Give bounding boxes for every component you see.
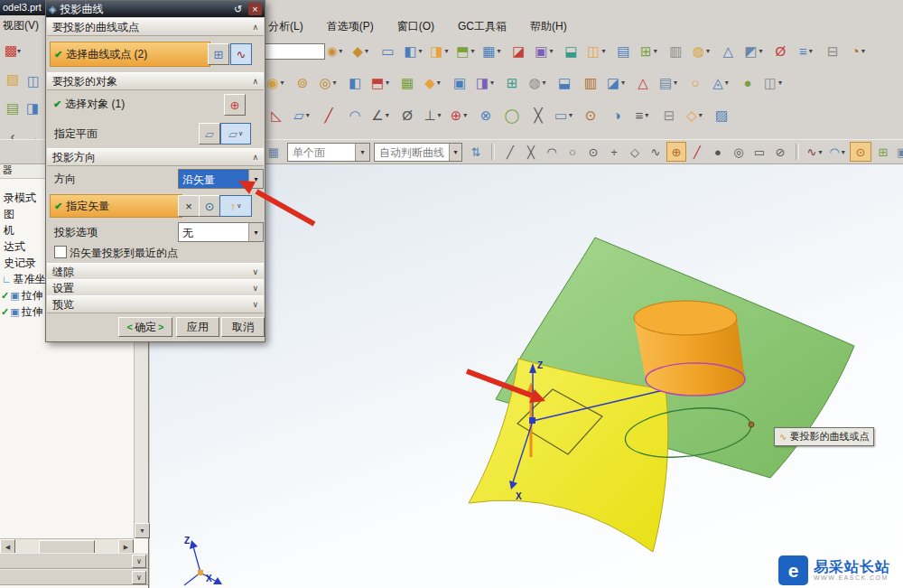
dropdown-arrow-icon[interactable]: ▾ (17, 47, 21, 55)
select-curves-field[interactable]: ✔ 选择曲线或点 (2) (50, 42, 210, 67)
toolbar-icon[interactable]: ⊙ (578, 104, 603, 127)
toolbar-icon[interactable]: ⬒ ▾ (368, 71, 394, 95)
toolbar-icon[interactable]: ◨ (23, 98, 42, 118)
curve-rule-combo[interactable]: 自动判断曲线 ▾ (374, 143, 462, 162)
menu-view[interactable]: 视图(V) (3, 18, 39, 33)
selection-scope-combo[interactable]: 单个面 ▾ (287, 143, 370, 162)
toolbar-icon[interactable]: ⊞ (499, 71, 525, 95)
chevron-down-icon[interactable]: ∨ (252, 284, 258, 293)
chevron-down-icon[interactable]: ▾ (248, 170, 263, 188)
selection-tool-icon[interactable]: ⇅ (466, 142, 486, 162)
dropdown-arrow-icon[interactable]: ▾ (363, 47, 370, 55)
toolbar-icon[interactable]: ▨ (3, 70, 23, 89)
section-gap[interactable]: 缝隙 ∨ (47, 263, 264, 281)
dialog-titlebar[interactable]: ◈ 投影曲线 ↺ × (46, 1, 265, 17)
command-finder-input[interactable] (264, 43, 325, 60)
dialog-close-button[interactable]: × (248, 3, 262, 15)
item-check-icon[interactable]: ✓ (1, 306, 9, 318)
snap-point-icon[interactable]: ⊘ (770, 142, 790, 162)
toolbar-icon[interactable]: ◺ (264, 104, 289, 127)
snap-point-icon[interactable]: ▭ (749, 142, 769, 162)
item-check-icon[interactable]: ✓ (1, 290, 9, 302)
plane-dialog-button[interactable]: ▱ ∨ (220, 123, 251, 145)
toolbar-icon[interactable]: ● (735, 71, 760, 95)
section-objects-to-project-to[interactable]: 要投影的对象 ∧ (47, 72, 264, 90)
section-curves-to-project[interactable]: 要投影的曲线或点 ∧ (47, 18, 264, 36)
scroll-down-button[interactable]: ▼ (135, 523, 150, 538)
toolbar-icon[interactable]: ◬ ▾ (709, 71, 734, 95)
toolbar-icon[interactable]: ◆ ▾ (349, 40, 374, 63)
navigator-pane-details[interactable]: ∨ (0, 569, 148, 585)
dropdown-arrow-icon[interactable]: ▾ (331, 79, 339, 87)
search-icon[interactable]: ◉ (327, 44, 337, 58)
collapse-arrow-icon[interactable]: ∨ (132, 555, 146, 568)
section-settings[interactable]: 设置 ∨ (47, 279, 264, 297)
toolbar-icon[interactable]: ▨ (709, 104, 734, 127)
dropdown-arrow-icon[interactable]: ▾ (619, 79, 627, 87)
toolbar-icon[interactable]: ◫ ▾ (584, 40, 610, 63)
toolbar-icon[interactable]: ╱ (316, 104, 341, 127)
dropdown-arrow-icon[interactable]: ▾ (643, 111, 650, 119)
toolbar-icon[interactable]: Ø (768, 40, 793, 63)
dropdown-arrow-icon[interactable]: ▾ (384, 79, 391, 87)
chevron-down-icon[interactable]: ∨ (252, 300, 258, 309)
toolbar-icon[interactable]: ▦ ▾ (479, 40, 505, 63)
toolbar-icon[interactable]: ▥ (578, 71, 603, 95)
snap-point-icon[interactable]: ◎ (729, 142, 749, 162)
selection-option-icon[interactable]: ⊙ (850, 142, 871, 162)
apply-button[interactable]: 应用 (176, 317, 219, 337)
snap-point-icon[interactable]: ○ (563, 142, 582, 162)
toolbar-icon[interactable]: ▥ (663, 40, 688, 63)
collapse-arrow-icon[interactable]: ∨ (132, 571, 146, 584)
dropdown-arrow-icon[interactable]: ▾ (469, 47, 476, 55)
selection-option-icon[interactable]: ▣ ▾ (895, 142, 903, 162)
snap-point-icon[interactable]: ⊙ (583, 142, 603, 162)
dropdown-arrow-icon[interactable]: ▾ (600, 47, 607, 55)
dropdown-arrow-icon[interactable]: ▾ (860, 47, 867, 55)
scrollbar-thumb[interactable] (39, 540, 95, 554)
toolbar-icon[interactable]: ⬓ (558, 40, 583, 63)
chevron-up-icon[interactable]: ∧ (252, 77, 258, 86)
chevron-up-icon[interactable]: ∧ (252, 153, 258, 162)
toolbar-icon[interactable]: ◆ ▾ (421, 71, 446, 95)
ok-button[interactable]: < 确定 > (118, 317, 172, 337)
toolbar-icon[interactable]: ▤ (610, 40, 636, 63)
chevron-down-icon[interactable]: ∨ (237, 202, 241, 210)
dropdown-arrow-icon[interactable]: ▾ (757, 47, 764, 55)
chevron-down-icon[interactable]: ▾ (449, 144, 461, 161)
toolbar-icon[interactable]: Ø (395, 104, 420, 127)
dropdown-arrow-icon[interactable]: ▾ (304, 111, 312, 119)
snap-point-icon[interactable]: ∿ (646, 142, 666, 162)
chevron-down-icon[interactable]: ∨ (238, 130, 243, 137)
search-dropdown-arrow[interactable]: ▾ (339, 47, 342, 55)
snap-point-icon[interactable]: + (604, 142, 624, 162)
dropdown-arrow-icon[interactable]: ▾ (652, 47, 659, 55)
dropdown-arrow-icon[interactable]: ▾ (384, 111, 391, 119)
toolbar-icon[interactable]: ◎ ▾ (316, 71, 341, 95)
chevron-down-icon[interactable]: ▾ (355, 144, 369, 161)
toolbar-icon[interactable]: ▩ ▾ (3, 41, 23, 61)
dialog-reset-button[interactable]: ↺ (231, 3, 245, 15)
dropdown-arrow-icon[interactable]: ▾ (704, 47, 712, 55)
toolbar-icon[interactable]: ▤ ▾ (656, 71, 682, 95)
toolbar-icon[interactable]: ○ (683, 71, 708, 95)
toolbar-icon[interactable]: ◨ ▾ (473, 71, 498, 95)
toolbar-icon[interactable]: ▭ (375, 40, 400, 63)
toolbar-icon[interactable]: ▦ (395, 71, 420, 95)
dropdown-arrow-icon[interactable]: ▾ (495, 47, 502, 55)
dropdown-arrow-icon[interactable]: ▾ (416, 47, 424, 55)
toolbar-icon[interactable]: ◩ ▾ (741, 40, 767, 63)
menu-item[interactable]: 首选项(P) (324, 18, 377, 35)
toolbar-icon[interactable]: ≡ ▾ (794, 40, 819, 63)
snap-point-icon[interactable]: ╳ (521, 142, 541, 162)
cancel-button[interactable]: 取消 (221, 317, 265, 337)
toolbar-icon[interactable]: ⊥ ▾ (421, 104, 446, 127)
dropdown-arrow-icon[interactable]: ▾ (697, 111, 704, 119)
chevron-down-icon[interactable]: ∨ (252, 267, 258, 276)
section-projection-direction[interactable]: 投影方向 ∧ (47, 148, 264, 166)
snap-point-icon[interactable]: ● (708, 142, 728, 162)
toolbar-icon[interactable]: ⊕ ▾ (447, 104, 472, 127)
dropdown-arrow-icon[interactable]: ▾ (461, 111, 469, 119)
dropdown-arrow-icon[interactable]: ▾ (567, 111, 574, 119)
dropdown-arrow-icon[interactable]: ▾ (672, 79, 679, 87)
